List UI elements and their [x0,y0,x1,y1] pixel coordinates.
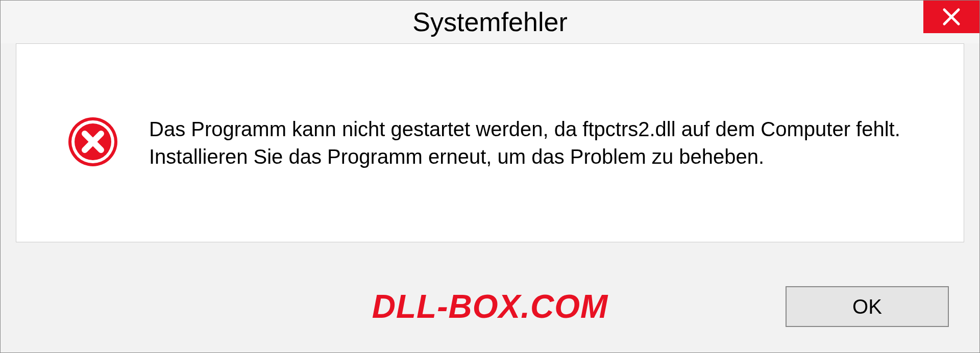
watermark-text: DLL-BOX.COM [372,288,608,325]
close-icon [941,7,962,27]
title-bar: Systemfehler [1,1,979,43]
footer: DLL-BOX.COM OK [1,261,979,352]
error-dialog: Systemfehler Das Programm kann nicht ges… [0,0,980,353]
error-icon [67,116,118,169]
close-button[interactable] [923,1,979,33]
dialog-title: Systemfehler [412,7,567,37]
ok-button[interactable]: OK [786,286,949,327]
message-panel: Das Programm kann nicht gestartet werden… [16,43,964,242]
content-area: Das Programm kann nicht gestartet werden… [1,43,979,261]
error-message: Das Programm kann nicht gestartet werden… [149,115,933,170]
